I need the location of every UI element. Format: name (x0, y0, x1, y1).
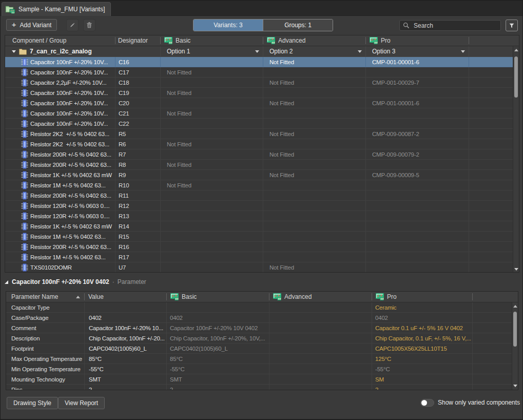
component-row[interactable]: Capacitor 2,2µF +/-20% 10V...C18Not Fitt… (5, 78, 513, 88)
parameter-value-cell[interactable]: Capacitor 100nF +/-20% 10... (84, 323, 166, 333)
parameter-name-cell[interactable]: Pins (6, 385, 84, 390)
window-title-tab[interactable]: Sample - Kame_FMU [Variants] (2, 2, 111, 16)
component-row[interactable]: Resistor 120R +/-5 % 0603 0....R12 (5, 201, 513, 211)
advanced-variant-cell[interactable] (263, 242, 365, 252)
pro-variant-cell[interactable] (365, 88, 469, 98)
parameter-basic-cell[interactable]: CAPC0402(1005)60_L (166, 343, 269, 353)
pro-variant-cell[interactable] (365, 252, 469, 262)
advanced-variant-cell[interactable] (263, 180, 365, 190)
basic-variant-cell[interactable] (160, 211, 263, 221)
designator-cell[interactable]: R13 (115, 211, 160, 221)
basic-variant-cell[interactable] (160, 119, 263, 128)
collapse-section-icon[interactable] (5, 280, 8, 284)
parameter-advanced-cell[interactable] (269, 343, 372, 353)
param-header-value[interactable]: Value (84, 292, 166, 302)
show-varied-toggle[interactable] (420, 399, 434, 407)
pro-variant-cell[interactable]: CMP-009-00009-5 (365, 170, 469, 180)
pro-variant-cell[interactable]: CMP-001-00001-6 (365, 57, 469, 67)
parameter-advanced-cell[interactable] (269, 354, 372, 364)
parameter-row[interactable]: Case/Package040204020402 (6, 313, 512, 323)
parameter-basic-cell[interactable]: Chip Capacitor, 100nF +/-20%, 10V,... (166, 333, 269, 343)
parameter-value-cell[interactable]: -55°C (84, 364, 166, 374)
component-row[interactable]: Resistor 200R +/-5 % 0402 63...R16 (5, 242, 513, 252)
designator-cell[interactable]: U7 (115, 262, 160, 272)
designator-cell[interactable]: R11 (115, 190, 160, 200)
scroll-up-icon[interactable] (513, 305, 517, 308)
component-cell[interactable]: Resistor 200R +/-5 % 0402 63... (5, 160, 115, 169)
basic-variant-cell[interactable]: Not Fitted (160, 88, 263, 98)
parameter-basic-cell[interactable]: -55°C (166, 364, 269, 374)
pro-variant-cell[interactable]: CMP-001-00029-7 (365, 78, 469, 87)
chevron-down-icon[interactable] (255, 50, 259, 53)
advanced-variant-cell[interactable]: Not Fitted (263, 78, 365, 87)
pro-variant-cell[interactable] (365, 201, 469, 211)
component-row[interactable]: Resistor 120R +/-5 % 0603 0....R13 (5, 211, 513, 221)
search-box[interactable] (399, 20, 501, 31)
pro-variant-cell[interactable] (365, 160, 469, 169)
pro-variant-cell[interactable] (365, 180, 469, 190)
column-header-designator[interactable]: Designator (115, 35, 160, 46)
parameter-pro-cell[interactable]: Capacitor 0.1 uF +/- 5% 16 V 0402 (372, 323, 472, 333)
component-row[interactable]: Resistor 2K2 +/-5 % 0402 63...R6Not Fitt… (5, 139, 513, 149)
parameter-name-cell[interactable]: Case/Package (6, 313, 84, 322)
component-cell[interactable]: Resistor 1M +/-5 % 0402 63... (5, 252, 115, 262)
scroll-up-icon[interactable] (514, 49, 518, 51)
designator-cell[interactable]: R9 (115, 170, 160, 180)
expand-group-icon[interactable] (12, 50, 16, 53)
basic-variant-cell[interactable] (160, 149, 263, 159)
column-separator[interactable] (469, 37, 469, 44)
parameter-basic-cell[interactable]: SMT (166, 374, 269, 384)
scrollbar-thumb[interactable] (513, 312, 517, 347)
group-row[interactable]: 7_can_rc_i2c_analogOption 1Option 2Optio… (5, 46, 513, 57)
component-cell[interactable]: Resistor 200R +/-5 % 0402 63... (5, 149, 115, 159)
advanced-variant-cell[interactable]: Not Fitted (263, 57, 365, 67)
component-cell[interactable]: Capacitor 2,2µF +/-20% 10V... (5, 78, 115, 87)
parameter-name-cell[interactable]: Min Operating Temperature (6, 364, 84, 374)
component-cell[interactable]: Capacitor 100nF +/-20% 10V... (5, 57, 115, 67)
basic-variant-cell[interactable] (160, 262, 263, 272)
parameter-pro-cell[interactable]: CAPC1005X56X25LL10T15 (372, 343, 472, 353)
parameter-name-cell[interactable]: Comment (6, 323, 84, 333)
component-row[interactable]: Resistor 1M +/-5 % 0402 63...R17 (5, 252, 513, 262)
parameter-pro-cell[interactable]: 125°C (372, 354, 472, 364)
parameter-advanced-cell[interactable] (269, 313, 372, 322)
component-row[interactable]: Resistor 2K2 +/-5 % 0402 63...R5Not Fitt… (5, 129, 513, 139)
option-select-basic[interactable]: Option 1 (160, 46, 263, 56)
parameter-value-cell[interactable]: SMT (84, 374, 166, 384)
component-row[interactable]: Capacitor 100nF +/-20% 10V...C16Not Fitt… (5, 57, 513, 67)
parameter-name-cell[interactable]: Mounting Technology (6, 374, 84, 384)
advanced-variant-cell[interactable] (263, 190, 365, 200)
component-cell[interactable]: Resistor 1M +/-5 % 0402 63... (5, 232, 115, 241)
component-cell[interactable]: Resistor 1K +/-5 % 0402 63 mW (5, 170, 115, 180)
component-row[interactable]: Resistor 1K +/-5 % 0402 63 mWR14 (5, 221, 513, 232)
column-separator[interactable] (160, 37, 161, 44)
parameter-basic-cell[interactable] (166, 302, 269, 312)
parameter-value-cell[interactable]: Chip Capacitor, 100nF +/-20... (84, 333, 166, 343)
column-header-basic[interactable]: Basic (160, 35, 263, 46)
basic-variant-cell[interactable] (160, 242, 263, 252)
designator-cell[interactable]: R5 (115, 129, 160, 139)
chevron-down-icon[interactable] (461, 50, 465, 53)
column-separator[interactable] (84, 293, 85, 300)
tab-variants[interactable]: Variants: 3 (193, 20, 263, 31)
parameter-pro-cell[interactable]: -55°C (372, 364, 472, 374)
parameter-value-cell[interactable]: 2 (84, 385, 166, 390)
designator-cell[interactable]: C21 (115, 108, 160, 118)
column-separator[interactable] (115, 37, 115, 44)
pro-variant-cell[interactable] (365, 119, 469, 128)
column-header-pro[interactable]: Pro (365, 35, 469, 46)
basic-variant-cell[interactable] (160, 232, 263, 241)
component-cell[interactable]: TXS0102DOMR (5, 262, 115, 272)
basic-variant-cell[interactable] (160, 78, 263, 87)
designator-cell[interactable]: C19 (115, 88, 160, 98)
component-cell[interactable]: Resistor 1K +/-5 % 0402 63 mW (5, 221, 115, 231)
parameter-basic-cell[interactable]: 0402 (166, 313, 269, 322)
parameter-value-cell[interactable]: CAPC0402(1005)60_L (84, 343, 166, 353)
parameter-value-cell[interactable] (84, 302, 166, 312)
component-cell[interactable]: Resistor 2K2 +/-5 % 0402 63... (5, 129, 115, 139)
advanced-variant-cell[interactable]: Not Fitted (263, 98, 365, 108)
component-row[interactable]: Resistor 1K +/-5 % 0402 63 mWR9Not Fitte… (5, 170, 513, 180)
advanced-variant-cell[interactable] (263, 221, 365, 231)
parameter-pro-cell[interactable]: Chip Capacitor, 0.1 uF, +/- 5%, 16 V,... (372, 333, 472, 343)
parameter-basic-cell[interactable]: Capacitor 100nF +/-20% 10V 0402 (166, 323, 269, 333)
